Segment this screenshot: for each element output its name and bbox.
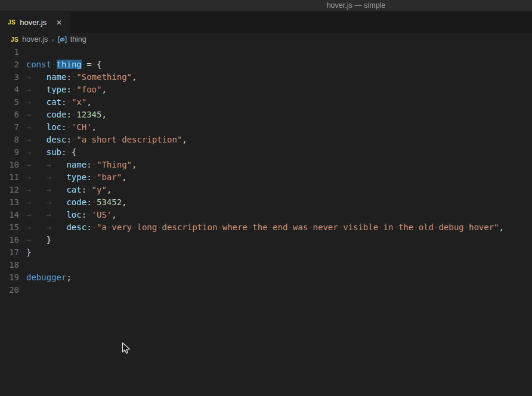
javascript-file-icon: JS — [11, 36, 18, 43]
code-line[interactable]: 16→} — [0, 234, 532, 246]
code-text: →type:·"foo", — [26, 85, 107, 94]
code-line[interactable]: 6→code:·12345, — [0, 109, 532, 121]
line-number[interactable]: 5 — [0, 96, 26, 109]
tab-hover-js[interactable]: JS hover.js ✕ — [0, 12, 70, 33]
breadcrumb-item-symbol[interactable]: thing — [70, 35, 86, 44]
code-line[interactable]: 20 — [0, 284, 532, 296]
line-number[interactable]: 15 — [0, 221, 26, 234]
code-lines: 12const·thing·=·{3→name:·"Something",4→t… — [0, 46, 532, 296]
code-line[interactable]: 5→cat:·"x", — [0, 96, 532, 109]
code-text: →→type:·"bar", — [26, 172, 127, 182]
line-number[interactable]: 10 — [0, 159, 26, 171]
line-number[interactable]: 13 — [0, 196, 26, 209]
window-title: hover.js — simple — [327, 0, 386, 11]
line-number[interactable]: 11 — [0, 171, 26, 184]
vscode-window: hover.js — simple JS hover.js ✕ JS hover… — [0, 0, 532, 396]
code-line[interactable]: 13→→code:·53452, — [0, 196, 532, 209]
code-line[interactable]: 18 — [0, 259, 532, 271]
code-line[interactable]: 15→→desc:·"a·very·long·description·where… — [0, 221, 532, 234]
code-text: →cat:·"x", — [26, 97, 92, 107]
code-line[interactable]: 7→loc:·'CH', — [0, 121, 532, 134]
code-text: →→code:·53452, — [26, 197, 127, 207]
code-line[interactable]: 1 — [0, 46, 532, 58]
line-number[interactable]: 7 — [0, 121, 26, 134]
symbol-variable-icon — [58, 36, 67, 44]
code-line[interactable]: 11→→type:·"bar", — [0, 171, 532, 184]
code-text: →code:·12345, — [26, 110, 107, 119]
code-text: →desc:·"a·short·description", — [26, 135, 187, 144]
line-number[interactable]: 3 — [0, 71, 26, 83]
tab-label: hover.js — [20, 18, 47, 27]
chevron-right-icon: › — [51, 35, 54, 44]
line-number[interactable]: 18 — [0, 259, 26, 271]
code-line[interactable]: 2const·thing·=·{ — [0, 58, 532, 71]
code-text: →} — [26, 235, 51, 245]
line-number[interactable]: 8 — [0, 134, 26, 146]
title-bar: hover.js — simple — [0, 0, 532, 12]
tab-bar: JS hover.js ✕ — [0, 12, 532, 33]
code-editor[interactable]: 12const·thing·=·{3→name:·"Something",4→t… — [0, 46, 532, 396]
code-line[interactable]: 4→type:·"foo", — [0, 83, 532, 96]
line-number[interactable]: 1 — [0, 46, 26, 58]
line-number[interactable]: 6 — [0, 109, 26, 121]
code-text: →sub:·{ — [26, 147, 76, 157]
code-line[interactable]: 19debugger; — [0, 271, 532, 284]
code-text: →name:·"Something", — [26, 72, 137, 82]
code-line[interactable]: 9→sub:·{ — [0, 146, 532, 159]
line-number[interactable]: 14 — [0, 209, 26, 221]
line-number[interactable]: 2 — [0, 58, 26, 71]
javascript-file-icon: JS — [8, 19, 16, 26]
code-text: →loc:·'CH', — [26, 122, 97, 132]
line-number[interactable]: 16 — [0, 234, 26, 246]
line-number[interactable]: 12 — [0, 184, 26, 196]
code-text: →→desc:·"a·very·long·description·where·t… — [26, 222, 504, 232]
code-line[interactable]: 10→→name:·"Thing", — [0, 159, 532, 171]
code-line[interactable]: 3→name:·"Something", — [0, 71, 532, 83]
line-number[interactable]: 4 — [0, 83, 26, 96]
code-line[interactable]: 8→desc:·"a·short·description", — [0, 134, 532, 146]
code-line[interactable]: 17} — [0, 246, 532, 259]
close-icon[interactable]: ✕ — [56, 19, 62, 26]
line-number[interactable]: 20 — [0, 284, 26, 296]
code-text: →→name:·"Thing", — [26, 160, 137, 169]
code-line[interactable]: 12→→cat:·"y", — [0, 184, 532, 196]
breadcrumb-item-file[interactable]: hover.js — [22, 35, 48, 44]
line-number[interactable]: 19 — [0, 271, 26, 284]
code-text: debugger; — [26, 273, 72, 282]
code-text: const·thing·=·{ — [26, 60, 102, 69]
code-text: →→cat:·"y", — [26, 185, 112, 194]
word-highlight: thing — [57, 60, 82, 69]
code-text: } — [26, 248, 31, 257]
line-number[interactable]: 17 — [0, 246, 26, 259]
line-number[interactable]: 9 — [0, 146, 26, 159]
code-text: →→loc:·'US', — [26, 210, 117, 219]
code-line[interactable]: 14→→loc:·'US', — [0, 209, 532, 221]
breadcrumb: JS hover.js › thing — [0, 33, 532, 46]
